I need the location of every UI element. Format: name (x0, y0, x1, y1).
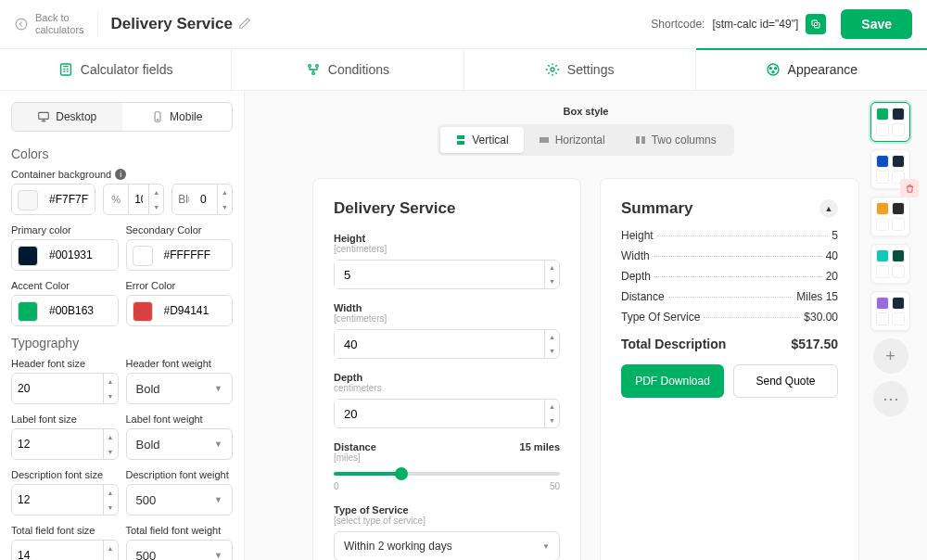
tab-appearance[interactable]: Appearance (696, 49, 927, 90)
svg-rect-12 (39, 112, 49, 119)
blur-input[interactable] (172, 185, 195, 214)
desc-size-label: Description font size (11, 469, 119, 480)
info-icon[interactable]: i (115, 169, 126, 180)
shortcode-label: Shortcode: (651, 18, 705, 31)
summary-row-value: 5 (832, 229, 838, 242)
secondary-swatch[interactable] (133, 246, 153, 266)
width-spinner[interactable]: ▲▼ (544, 330, 559, 358)
svg-rect-17 (540, 137, 549, 143)
theme-option-2[interactable] (870, 197, 910, 236)
tab-settings[interactable]: Settings (464, 49, 696, 90)
summary-row: Height5 (621, 229, 838, 242)
back-to-calculators[interactable]: Back tocalculators (15, 12, 84, 36)
depth-input[interactable] (335, 400, 544, 427)
opacity-suffix: % (104, 185, 129, 214)
distance-min: 0 (334, 481, 339, 491)
pdf-download-button[interactable]: PDF Download (621, 364, 724, 398)
box-style-two-columns[interactable]: Two columns (620, 127, 731, 153)
label-size-spinner[interactable]: ▲▼ (103, 429, 118, 459)
tab-calculator-fields[interactable]: Calculator fields (0, 49, 232, 90)
totalfield-weight-select[interactable]: 500▼ (126, 540, 234, 560)
primary-color-label: Primary color (11, 224, 119, 235)
svg-rect-16 (457, 141, 464, 145)
desc-size-spinner[interactable]: ▲▼ (103, 485, 118, 515)
summary-row-label: Distance (621, 290, 665, 303)
accent-swatch[interactable] (18, 301, 38, 322)
width-label: Width (334, 302, 560, 313)
totalfield-size-spinner[interactable]: ▲▼ (103, 541, 118, 560)
theme-option-0[interactable] (870, 102, 910, 142)
secondary-color-label: Secondary Color (126, 224, 234, 235)
summary-row-value: 40 (826, 249, 838, 262)
width-input[interactable] (335, 330, 544, 358)
device-mobile[interactable]: Mobile (122, 103, 233, 131)
primary-input[interactable] (44, 240, 118, 270)
header-size-input[interactable] (12, 374, 103, 403)
svg-point-14 (157, 120, 158, 121)
header-weight-select[interactable]: Bold▼ (126, 373, 234, 404)
service-select[interactable]: Within 2 working days▼ (334, 531, 560, 560)
theme-option-1[interactable] (870, 149, 910, 189)
container-bg-input[interactable] (44, 185, 95, 214)
depth-label: Depth (334, 372, 560, 383)
totalfield-size-input[interactable] (12, 541, 103, 560)
height-input[interactable] (335, 261, 544, 288)
label-weight-select[interactable]: Bold▼ (126, 428, 234, 460)
box-style-label: Box style (260, 106, 912, 117)
depth-spinner[interactable]: ▲▼ (544, 400, 559, 427)
more-themes-button[interactable]: ⋯ (873, 381, 908, 416)
delete-theme-icon[interactable] (900, 179, 919, 197)
header-size-spinner[interactable]: ▲▼ (103, 374, 118, 403)
service-label: Type of Service (334, 504, 560, 515)
summary-row: DistanceMiles 15 (621, 290, 838, 303)
desc-weight-label: Description font weight (126, 469, 234, 480)
svg-rect-18 (636, 136, 640, 144)
blur-spinner[interactable]: ▲▼ (217, 185, 232, 214)
height-spinner[interactable]: ▲▼ (544, 261, 559, 288)
container-bg-swatch[interactable] (18, 190, 38, 210)
error-input[interactable] (159, 296, 233, 325)
summary-total-value: $517.50 (791, 337, 838, 351)
height-hint: [centimeters] (334, 244, 560, 254)
distance-hint: [miles] (334, 452, 560, 463)
error-swatch[interactable] (133, 301, 153, 322)
send-quote-button[interactable]: Send Quote (733, 364, 838, 398)
accent-input[interactable] (44, 296, 118, 325)
accent-color-label: Accent Color (11, 280, 119, 291)
distance-slider[interactable] (334, 472, 560, 476)
header-weight-label: Header font weight (126, 358, 234, 369)
theme-option-4[interactable] (870, 291, 910, 331)
add-theme-button[interactable]: + (873, 338, 908, 374)
desc-size-input[interactable] (12, 485, 103, 515)
box-style-vertical[interactable]: Vertical (440, 127, 523, 153)
svg-rect-15 (457, 135, 464, 139)
label-size-input[interactable] (12, 429, 103, 459)
copy-button[interactable] (806, 14, 826, 34)
desc-weight-select[interactable]: 500▼ (126, 484, 234, 515)
svg-point-11 (772, 71, 774, 73)
opacity-spinner[interactable]: ▲▼ (148, 185, 163, 214)
secondary-input[interactable] (159, 240, 233, 270)
label-size-label: Label font size (11, 414, 119, 425)
container-bg-label: Container background (11, 169, 111, 180)
label-weight-label: Label font weight (126, 414, 234, 425)
edit-icon[interactable] (238, 17, 251, 32)
theme-option-3[interactable] (870, 244, 910, 284)
svg-point-4 (308, 65, 311, 68)
blur-value[interactable] (195, 185, 217, 214)
tab-conditions[interactable]: Conditions (232, 49, 464, 90)
device-desktop[interactable]: Desktop (12, 103, 122, 131)
section-colors: Colors (11, 146, 233, 161)
shortcode-value: [stm-calc id="49"] (712, 18, 798, 31)
distance-max: 50 (550, 481, 560, 491)
box-style-horizontal[interactable]: Horizontal (524, 127, 620, 153)
summary-title: Summary (621, 199, 692, 218)
svg-rect-3 (60, 64, 70, 75)
save-button[interactable]: Save (841, 9, 912, 39)
svg-point-10 (774, 68, 776, 70)
summary-collapse-icon[interactable]: ▲ (819, 199, 838, 218)
appearance-panel: Desktop Mobile Colors Container backgrou… (0, 91, 245, 560)
totalfield-weight-label: Total field font weight (126, 525, 234, 536)
opacity-input[interactable] (129, 185, 148, 214)
primary-swatch[interactable] (18, 246, 38, 266)
